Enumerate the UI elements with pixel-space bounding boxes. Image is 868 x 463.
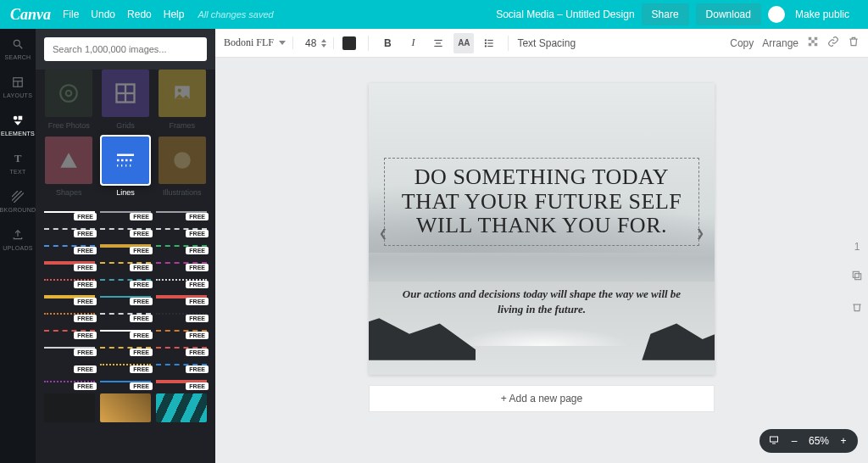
svg-marker-18 — [61, 153, 78, 167]
make-public-button[interactable]: Make public — [792, 3, 860, 25]
line-element[interactable]: FREE — [100, 205, 151, 219]
present-icon[interactable] — [768, 435, 780, 448]
line-element[interactable]: FREE — [100, 273, 151, 287]
menu-undo[interactable]: Undo — [91, 8, 115, 20]
pattern-thumb[interactable] — [100, 393, 151, 422]
search-input[interactable] — [44, 37, 207, 61]
line-element[interactable]: FREE — [44, 239, 95, 253]
delete-page-icon[interactable] — [851, 301, 863, 315]
italic-button[interactable]: I — [403, 33, 423, 53]
rail-background[interactable]: BKGROUND — [0, 190, 36, 213]
line-element[interactable]: FREE — [156, 375, 207, 388]
free-badge: FREE — [186, 247, 209, 254]
line-element[interactable]: FREE — [44, 324, 95, 337]
pattern-thumb[interactable] — [156, 393, 207, 422]
delete-button[interactable] — [848, 36, 860, 50]
line-element[interactable]: FREE — [44, 273, 95, 287]
uploads-icon — [11, 228, 25, 242]
category-thumb — [45, 70, 92, 117]
line-element[interactable]: FREE — [44, 256, 95, 270]
category-frames[interactable]: Frames — [157, 70, 207, 130]
line-element[interactable]: FREE — [100, 358, 151, 371]
rail-text[interactable]: T TEXT — [0, 152, 36, 175]
line-element[interactable]: FREE — [44, 341, 95, 354]
document-title[interactable]: Social Media – Untitled Design — [496, 8, 634, 20]
line-element[interactable]: FREE — [156, 205, 207, 219]
align-button[interactable] — [428, 33, 448, 53]
brand-logo[interactable]: Canva — [10, 6, 51, 24]
line-element[interactable]: FREE — [156, 307, 207, 321]
rail-label: SEARCH — [5, 54, 31, 60]
category-lines[interactable]: Lines — [101, 137, 151, 197]
category-free-photos[interactable]: Free Photos — [44, 70, 94, 130]
rail-elements[interactable]: ELEMENTS — [0, 114, 36, 137]
line-element[interactable]: FREE — [100, 222, 151, 236]
share-button[interactable]: Share — [642, 3, 689, 25]
free-badge: FREE — [186, 281, 209, 288]
category-label: Illustrations — [163, 188, 202, 197]
line-element[interactable]: FREE — [100, 341, 151, 354]
menu-help[interactable]: Help — [164, 8, 185, 20]
line-element[interactable]: FREE — [100, 324, 151, 337]
font-size-select[interactable]: 48 — [298, 37, 334, 49]
page-number[interactable]: 1 — [854, 241, 860, 253]
headline-text[interactable]: DO SOMETHING TODAY THAT YOUR FUTURE SELF… — [384, 158, 699, 246]
duplicate-page-icon[interactable] — [851, 270, 863, 284]
line-element[interactable]: FREE — [44, 358, 95, 371]
zoom-out-button[interactable]: – — [788, 435, 800, 447]
free-badge: FREE — [130, 382, 153, 390]
elements-panel: Free PhotosGridsFramesShapesLinesIllustr… — [36, 29, 215, 463]
text-color-button[interactable] — [339, 33, 359, 53]
category-grid: Free PhotosGridsFramesShapesLinesIllustr… — [44, 70, 207, 197]
zoom-in-button[interactable]: + — [837, 435, 849, 447]
line-element[interactable]: FREE — [44, 205, 95, 219]
rail-search[interactable]: SEARCH — [0, 37, 36, 60]
category-grids[interactable]: Grids — [101, 70, 151, 130]
list-button[interactable] — [479, 33, 499, 53]
zoom-value[interactable]: 65% — [809, 435, 829, 447]
avatar[interactable] — [768, 6, 785, 23]
menu-file[interactable]: File — [63, 8, 79, 20]
download-button[interactable]: Download — [696, 3, 761, 25]
search-icon — [11, 37, 25, 51]
rail-uploads[interactable]: UPLOADS — [0, 228, 36, 251]
rail-layouts[interactable]: LAYOUTS — [0, 75, 36, 98]
category-shapes[interactable]: Shapes — [44, 137, 94, 197]
subheadline-text[interactable]: Our actions and decisions today will sha… — [394, 287, 689, 316]
line-element[interactable]: FREE — [100, 375, 151, 388]
uppercase-button[interactable]: AA — [453, 33, 474, 53]
line-element[interactable]: FREE — [44, 222, 95, 236]
text-spacing-button[interactable]: Text Spacing — [517, 37, 576, 49]
font-family-select[interactable]: Bodoni FLF — [224, 36, 293, 49]
add-page-button[interactable]: + Add a new page — [369, 385, 715, 412]
svg-point-17 — [177, 89, 181, 92]
rail-label: LAYOUTS — [3, 92, 32, 98]
pattern-thumb[interactable] — [44, 393, 95, 422]
link-button[interactable] — [827, 36, 839, 50]
arrange-button[interactable]: Arrange — [762, 37, 798, 49]
line-element[interactable]: FREE — [156, 324, 207, 337]
line-element[interactable]: FREE — [100, 290, 151, 304]
line-element[interactable]: FREE — [100, 256, 151, 270]
transparency-button[interactable] — [807, 36, 819, 50]
free-badge: FREE — [186, 230, 209, 237]
bold-button[interactable]: B — [377, 33, 398, 53]
layouts-icon — [11, 75, 25, 89]
line-element[interactable]: FREE — [156, 256, 207, 270]
line-element[interactable]: FREE — [156, 358, 207, 371]
line-element[interactable]: FREE — [156, 222, 207, 236]
line-element[interactable]: FREE — [156, 273, 207, 287]
line-element[interactable]: FREE — [44, 307, 95, 321]
line-element[interactable]: FREE — [156, 341, 207, 354]
design-canvas[interactable]: ❮ ❯ DO SOMETHING TODAY THAT YOUR FUTURE … — [369, 83, 715, 375]
line-element[interactable]: FREE — [44, 375, 95, 388]
copy-button[interactable]: Copy — [730, 37, 754, 49]
category-illustrations[interactable]: Illustrations — [157, 137, 207, 197]
line-element[interactable]: FREE — [100, 239, 151, 253]
canvas-scroll[interactable]: ❮ ❯ DO SOMETHING TODAY THAT YOUR FUTURE … — [215, 58, 868, 463]
line-element[interactable]: FREE — [156, 290, 207, 304]
line-element[interactable]: FREE — [44, 290, 95, 304]
line-element[interactable]: FREE — [100, 307, 151, 321]
menu-redo[interactable]: Redo — [127, 8, 152, 20]
line-element[interactable]: FREE — [156, 239, 207, 253]
